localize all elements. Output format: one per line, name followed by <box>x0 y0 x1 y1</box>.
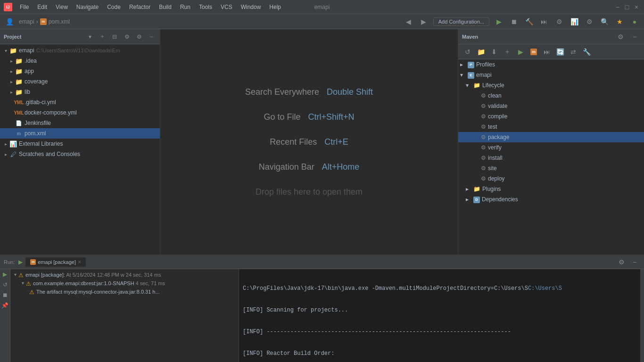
tree-item-app[interactable]: ▸ 📁 app <box>0 66 160 76</box>
output-link-0[interactable]: C:\Users\S <box>528 285 562 292</box>
maven-dependencies[interactable]: ▸ D Dependencies <box>458 194 644 205</box>
minimize-button[interactable]: − <box>614 3 621 11</box>
maven-download-icon[interactable]: ⬇ <box>488 46 500 58</box>
run-item-dbrest[interactable]: ▾ ⚠ com.example.emapi:dbrest:jar:1.0-SNA… <box>10 280 239 288</box>
maven-m-icon[interactable]: m <box>528 46 539 58</box>
collapse-all-icon[interactable]: ⊟ <box>110 32 119 41</box>
maven-label-install: install <box>488 155 503 161</box>
run-tab-close-icon[interactable]: × <box>78 259 81 265</box>
coverage-button[interactable]: ⚙ <box>553 16 565 27</box>
maximize-button[interactable]: □ <box>623 3 631 11</box>
breadcrumb-file[interactable]: pom.xml <box>49 18 70 25</box>
settings-button[interactable]: ● <box>629 16 640 27</box>
plugins-button[interactable]: ★ <box>614 16 625 27</box>
maven-label-site: site <box>488 165 497 172</box>
maven-emapi-root[interactable]: ▾ E emapi <box>458 70 644 80</box>
maven-package[interactable]: ⚙ package <box>458 132 644 142</box>
dropdown-arrow-icon[interactable]: ▾ <box>85 32 95 41</box>
stop-button[interactable]: ⏹ <box>508 16 520 27</box>
rerun-icon[interactable]: ↺ <box>3 281 8 288</box>
minimize-sidebar-icon[interactable]: − <box>147 32 156 41</box>
pin-icon[interactable]: 📌 <box>1 302 8 309</box>
tree-item-scratches[interactable]: ▸ 🖊 Scratches and Consoles <box>0 149 160 159</box>
menu-file[interactable]: File <box>16 3 33 11</box>
maven-clean[interactable]: ⚙ clean <box>458 90 644 101</box>
maven-compile[interactable]: ⚙ compile <box>458 111 644 122</box>
sidebar-tree: ▾ 📁 emapi C:\Users\SantroW11\Downloads\E… <box>0 44 160 255</box>
maven-reload-icon[interactable]: ↺ <box>462 46 473 58</box>
maven-install[interactable]: ⚙ install <box>458 153 644 163</box>
install-lifecycle-icon: ⚙ <box>481 155 486 161</box>
menu-refactor[interactable]: Refactor <box>125 3 154 11</box>
maven-new-icon[interactable]: ＋ <box>502 46 513 58</box>
stop-run-icon[interactable]: ⏹ <box>2 292 8 298</box>
maven-deploy[interactable]: ⚙ deploy <box>458 173 644 184</box>
add-configuration-button[interactable]: Add Configuration... <box>433 17 489 26</box>
search-everywhere-key: Double Shift <box>327 87 373 97</box>
tree-item-jenkinsfile[interactable]: ▸ 📄 Jenkinsfile <box>0 118 160 128</box>
scrollbar[interactable] <box>640 269 644 362</box>
maven-nav-button[interactable]: ⚙ <box>584 16 595 27</box>
run-play-icon[interactable]: ▶ <box>3 271 7 278</box>
forward-nav-button[interactable]: ▶ <box>418 16 429 27</box>
menu-edit[interactable]: Edit <box>33 3 51 11</box>
maven-verify[interactable]: ⚙ verify <box>458 142 644 153</box>
maven-validate[interactable]: ⚙ validate <box>458 101 644 111</box>
tree-item-pom-xml[interactable]: ▸ m pom.xml <box>0 128 160 139</box>
maven-lifecycle[interactable]: ▾ 📁 Lifecycle <box>458 80 644 90</box>
menu-vcs[interactable]: VCS <box>217 3 236 11</box>
tree-item-emapi-root[interactable]: ▾ 📁 emapi C:\Users\SantroW11\Downloads\E… <box>0 45 160 56</box>
run-item-emapi-package[interactable]: ▾ ⚠ emapi [package]: At 5/16/2024 12:48 … <box>10 271 239 280</box>
output-line-3: [INFO] Reactor Build Order: <box>243 349 636 358</box>
deploy-lifecycle-icon: ⚙ <box>481 175 486 182</box>
filter-icon[interactable]: ⚙ <box>122 32 132 41</box>
maven-run-icon[interactable]: ▶ <box>515 46 526 58</box>
maven-settings-icon[interactable]: ⚙ <box>615 31 626 42</box>
back-nav-button[interactable]: ◀ <box>403 16 414 27</box>
maven-add-icon[interactable]: 📁 <box>475 46 487 58</box>
breadcrumb-project[interactable]: emapi <box>19 18 34 25</box>
maven-test[interactable]: ⚙ test <box>458 122 644 132</box>
menu-tools[interactable]: Tools <box>195 3 216 11</box>
run-item-mysql-warn[interactable]: ⚠ The artifact mysql:mysql-connector-jav… <box>10 288 239 296</box>
maven-label-emapi: emapi <box>476 72 492 78</box>
run-minimize-icon[interactable]: − <box>629 256 640 268</box>
step-over-button[interactable]: ⏭ <box>538 16 550 27</box>
search-everywhere-button[interactable]: 🔍 <box>599 16 610 27</box>
maven-wrench-icon[interactable]: 🔧 <box>581 46 592 58</box>
build-button[interactable]: 🔨 <box>523 16 535 27</box>
close-button[interactable]: × <box>633 3 640 11</box>
menu-window[interactable]: Window <box>237 3 265 11</box>
menu-help[interactable]: Help <box>265 3 285 11</box>
folder-coverage-icon: 📁 <box>15 78 23 85</box>
navigation-bar-key: Alt+Home <box>322 162 360 172</box>
maven-site[interactable]: ⚙ site <box>458 163 644 173</box>
maven-minimize-icon[interactable]: − <box>629 31 640 42</box>
menu-view[interactable]: View <box>52 3 72 11</box>
add-folder-icon[interactable]: ＋ <box>98 32 107 41</box>
tree-label-jenkinsfile: Jenkinsfile <box>25 120 51 126</box>
run-button[interactable]: ▶ <box>493 16 504 27</box>
run-tab-emapi-package[interactable]: m emapi [package] × <box>25 257 86 267</box>
tree-item-idea[interactable]: ▸ 📁 .idea <box>0 56 160 66</box>
maven-step-icon[interactable]: ⏭ <box>541 46 553 58</box>
maven-label-test: test <box>488 123 497 130</box>
settings-sidebar-icon[interactable]: ⚙ <box>134 32 144 41</box>
maven-profiles[interactable]: ▸ P Profiles <box>458 59 644 70</box>
tree-item-docker-compose[interactable]: ▸ YML docker-compose.yml <box>0 107 160 118</box>
menu-run[interactable]: Run <box>176 3 194 11</box>
tree-item-coverage[interactable]: ▸ 📁 coverage <box>0 76 160 87</box>
maven-plugins[interactable]: ▸ 📁 Plugins <box>458 184 644 194</box>
person-icon[interactable]: 👤 <box>4 16 15 27</box>
tree-item-gitlab-ci[interactable]: ▸ YML .gitlab-ci.yml <box>0 97 160 107</box>
tree-label-lib: lib <box>25 89 30 95</box>
maven-toggle-icon[interactable]: ⇄ <box>568 46 579 58</box>
maven-cycle-icon[interactable]: 🔄 <box>554 46 566 58</box>
tree-item-external-libs[interactable]: ▸ 📊 External Libraries <box>0 139 160 149</box>
run-settings-icon[interactable]: ⚙ <box>616 256 627 268</box>
menu-build[interactable]: Build <box>155 3 175 11</box>
menu-navigate[interactable]: Navigate <box>73 3 102 11</box>
menu-code[interactable]: Code <box>103 3 124 11</box>
tree-item-lib[interactable]: ▸ 📁 lib <box>0 87 160 97</box>
profile-button[interactable]: 📊 <box>569 16 580 27</box>
